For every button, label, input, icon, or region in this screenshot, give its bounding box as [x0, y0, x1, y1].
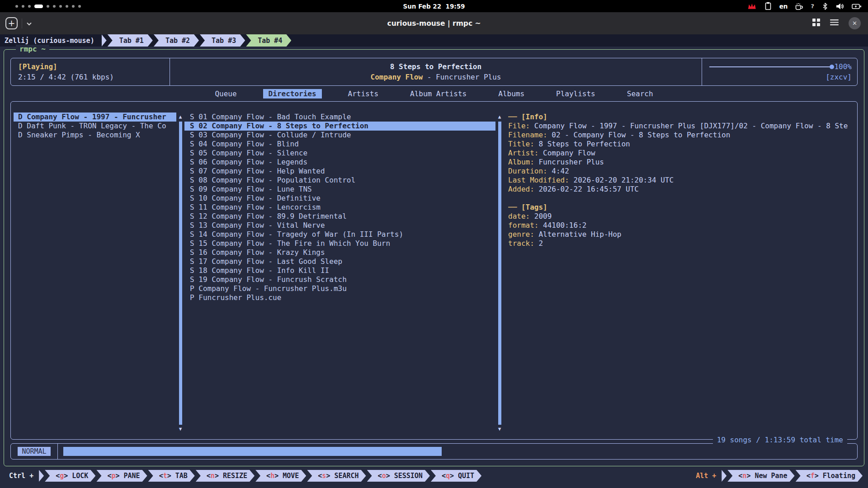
scroll-down-icon[interactable]: ▼	[179, 425, 182, 434]
song-item[interactable]: S 08 Company Flow - Population Control	[184, 176, 495, 185]
clipboard-icon[interactable]	[764, 2, 772, 10]
song-item[interactable]: S 10 Company Flow - Definitive	[184, 194, 495, 203]
song-item[interactable]: S 02 Company Flow - 8 Steps to Perfectio…	[184, 122, 495, 131]
bracket-close: >	[64, 472, 68, 480]
song-item[interactable]: S 05 Company Flow - Silence	[184, 149, 495, 158]
browser-panel: 19 songs / 1:13:59 total time D Company …	[10, 101, 858, 440]
now-playing-section: 8 Steps to Perfection Company Flow - Fun…	[170, 58, 702, 85]
song-item[interactable]: S 19 Company Flow - Funcrush Scratch	[184, 275, 495, 284]
zellij-tab-bar: Zellij (curious-mouse) Tab #1Tab #2Tab #…	[0, 34, 868, 47]
scroll-up-icon[interactable]: ▲	[179, 113, 182, 122]
song-item[interactable]: S 16 Company Flow - Krazy Kings	[184, 248, 495, 257]
song-item[interactable]: S 01 Company Flow - Bad Touch Example	[184, 113, 495, 122]
scroll-up-icon[interactable]: ▲	[498, 113, 501, 122]
status-bar: NORMAL	[10, 443, 858, 460]
bluetooth-icon[interactable]	[821, 2, 829, 10]
song-progress-bar[interactable]	[58, 444, 857, 459]
volume-handle-icon[interactable]	[830, 65, 834, 69]
keybind-hint: <p>PANE	[96, 470, 147, 482]
nav-tab[interactable]: Queue	[209, 89, 242, 99]
song-item[interactable]: P Company Flow - Funcrusher Plus.m3u	[184, 284, 495, 293]
nav-tab[interactable]: Search	[622, 89, 659, 99]
keybind-key: q	[446, 472, 450, 480]
volume-icon[interactable]	[836, 2, 844, 10]
keybind-hint: <t>TAB	[148, 470, 195, 482]
info-line: Title: 8 Steps to Perfection	[508, 140, 857, 149]
alt-modifier-label: Alt +	[692, 470, 721, 482]
song-item[interactable]: S 06 Company Flow - Legends	[184, 158, 495, 167]
bracket-close: >	[386, 472, 390, 480]
nav-tab[interactable]: Artists	[343, 89, 384, 99]
bracket-close: >	[450, 472, 454, 480]
hamburger-menu-icon[interactable]	[830, 19, 839, 28]
directory-item[interactable]: D Daft Punk - TRON Legacy - The Co	[14, 122, 176, 131]
files-scrollbar: ▲ ▼	[176, 113, 184, 434]
new-tab-button[interactable]: +	[5, 17, 18, 29]
nav-tab[interactable]: Albums	[493, 89, 530, 99]
nav-tab[interactable]: Playlists	[551, 89, 601, 99]
info-value: 02 - Company Flow - 8 Steps to Perfectio…	[547, 131, 731, 139]
workspace-dot[interactable]	[28, 5, 31, 8]
workspace-dot[interactable]	[15, 5, 18, 8]
workspace-dot[interactable]	[22, 5, 24, 8]
keybind-action: RESIZE	[223, 472, 247, 480]
song-item[interactable]: P Funcrusher Plus.cue	[184, 293, 495, 302]
zellij-tab[interactable]: Tab #2	[154, 34, 199, 47]
clock[interactable]: Sun Feb 22 19:59	[0, 3, 868, 10]
workspace-dot[interactable]	[72, 5, 75, 8]
song-item[interactable]: S 18 Company Flow - Info Kill II	[184, 266, 495, 275]
bracket-open: <	[266, 472, 270, 480]
terminal-area: rmpc ~ [Playing] 2:15 / 4:42 (761 kbps) …	[0, 47, 868, 488]
scrollbar-thumb[interactable]	[498, 122, 501, 425]
keybind-key: o	[382, 472, 386, 480]
info-value: Company Flow	[538, 149, 595, 157]
song-item[interactable]: S 12 Company Flow - 89.9 Detrimental	[184, 212, 495, 221]
song-item[interactable]: S 11 Company Flow - Lencorcism	[184, 203, 495, 212]
directories-column: D Company Flow - 1997 - FuncrusherD Daft…	[11, 113, 176, 434]
song-item[interactable]: S 04 Company Flow - Blind	[184, 140, 495, 149]
language-indicator[interactable]: en	[779, 3, 788, 10]
song-item[interactable]: S 03 Company Flow - Collude / Intrude	[184, 131, 495, 140]
song-item[interactable]: S 13 Company Flow - Vital Nerve	[184, 221, 495, 230]
tile-grid-icon[interactable]	[812, 19, 820, 28]
workspace-dot[interactable]	[34, 5, 43, 8]
close-button[interactable]: ✕	[849, 17, 861, 29]
workspace-dot[interactable]	[53, 5, 56, 8]
chevron-down-icon[interactable]	[26, 19, 32, 28]
zellij-tab[interactable]: Tab #4	[246, 34, 291, 47]
info-value: 2026-02-20 21:20:34 UTC	[569, 176, 674, 184]
help-icon[interactable]: ?	[811, 3, 814, 9]
directory-item[interactable]: D Company Flow - 1997 - Funcrusher	[14, 113, 176, 122]
workspace-dot[interactable]	[66, 5, 68, 8]
song-item[interactable]: S 17 Company Flow - Last Good Sleep	[184, 257, 495, 266]
info-value: 2	[534, 239, 543, 248]
nav-tab[interactable]: Directories	[263, 89, 322, 99]
scroll-down-icon[interactable]: ▼	[498, 425, 501, 434]
zellij-tabs: Tab #1Tab #2Tab #3Tab #4	[107, 34, 292, 47]
zellij-tab[interactable]: Tab #1	[108, 34, 153, 47]
coffee-icon[interactable]	[795, 2, 803, 10]
keybind-key: s	[322, 472, 326, 480]
player-state-section: [Playing] 2:15 / 4:42 (761 kbps)	[11, 58, 170, 85]
workspace-dot[interactable]	[78, 5, 81, 8]
notification-crown-icon[interactable]	[747, 2, 757, 10]
keybind-hint: <n>New Pane	[727, 470, 794, 482]
keybind-action: LOCK	[72, 472, 88, 480]
zellij-session-label: Zellij (curious-mouse)	[0, 34, 101, 47]
player-state: [Playing]	[18, 61, 170, 72]
workspace-dot[interactable]	[59, 5, 62, 8]
directory-item[interactable]: D Sneaker Pimps - Becoming X	[14, 131, 176, 140]
bracket-close: >	[746, 472, 750, 480]
scrollbar-thumb[interactable]	[179, 122, 182, 425]
zellij-tab[interactable]: Tab #3	[200, 34, 245, 47]
song-item[interactable]: S 07 Company Flow - Help Wanted	[184, 167, 495, 176]
pane-title: rmpc ~	[16, 45, 49, 53]
nav-tab[interactable]: Album Artists	[405, 89, 472, 99]
song-item[interactable]: S 09 Company Flow - Lune TNS	[184, 185, 495, 194]
bracket-open: <	[318, 472, 322, 480]
workspace-dot[interactable]	[47, 5, 49, 8]
song-item[interactable]: S 14 Company Flow - Tragedy of War (In I…	[184, 230, 495, 239]
battery-icon[interactable]	[852, 2, 862, 10]
song-item[interactable]: S 15 Company Flow - The Fire in Which Yo…	[184, 239, 495, 248]
volume-slider[interactable]: 100%	[709, 61, 852, 72]
